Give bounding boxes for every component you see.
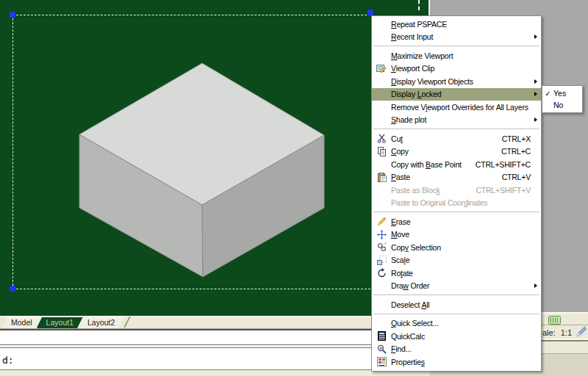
menu-item-label: Copy Selection <box>391 243 541 252</box>
menu-item-label: Find... <box>391 344 541 353</box>
selection-border-bottom <box>12 289 370 289</box>
cut-icon <box>372 134 391 143</box>
tab-layout2[interactable]: Layout2 <box>78 317 124 328</box>
menu-icon-spacer <box>372 159 391 169</box>
viewport-scale-control[interactable]: ale:1:1 <box>542 328 572 337</box>
menu-item-label: Copy <box>391 147 501 156</box>
properties-icon <box>372 357 391 366</box>
menu-icon-spacer <box>372 185 391 195</box>
menu-item-paste-to-original-coordinates: Paste to Original Coordinates <box>372 197 541 210</box>
grip-bottom-left[interactable] <box>10 286 15 292</box>
menu-item-label: Deselect All <box>391 300 541 309</box>
submenu-item-yes[interactable]: ✓Yes <box>542 87 582 99</box>
menu-item-paste-as-block: Paste as BlockCTRL+SHIFT+V <box>372 184 541 197</box>
menu-item-viewport-clip[interactable]: Viewport Clip <box>372 62 541 76</box>
command-window[interactable]: d: <box>0 329 430 370</box>
menu-icon-spacer <box>372 76 391 86</box>
menu-item-repeat-pspace[interactable]: Repeat PSPACE <box>372 18 541 31</box>
menu-item-paste[interactable]: PasteCTRL+V <box>372 171 541 184</box>
menu-item-properties[interactable]: Properties <box>372 355 541 369</box>
menu-separator <box>372 292 541 298</box>
menu-item-deselect-all[interactable]: Deselect All <box>372 298 541 311</box>
menu-item-rotate[interactable]: Rotate <box>372 267 541 280</box>
menu-item-shortcut: CTRL+SHIFT+C <box>476 160 531 169</box>
menu-item-move[interactable]: Move <box>372 228 541 242</box>
tab-label: Model <box>11 318 32 327</box>
menu-item-quickcalc[interactable]: QuickCalc <box>372 330 541 343</box>
menu-icon-spacer <box>372 300 391 309</box>
submenu-item-no[interactable]: No <box>542 99 582 111</box>
rotate-icon <box>372 268 391 278</box>
menu-item-recent-input[interactable]: Recent Input <box>372 31 541 44</box>
menu-item-erase[interactable]: Erase <box>372 215 541 228</box>
submenu-item-label: No <box>553 101 563 109</box>
selection-border-left <box>12 15 13 289</box>
menu-item-label: Shade plot <box>391 115 541 124</box>
menu-item-label: Cut <box>391 134 502 143</box>
menu-item-shortcut: CTRL+SHIFT+V <box>476 186 531 195</box>
menu-item-label: Paste to Original Coordinates <box>391 198 541 207</box>
scale-value: 1:1 <box>561 328 572 337</box>
menu-item-display-locked[interactable]: Display Locked <box>372 88 541 101</box>
menu-item-cut[interactable]: CutCTRL+X <box>372 132 541 145</box>
menu-item-copy-with-base-point[interactable]: Copy with Base PointCTRL+SHIFT+C <box>372 158 541 171</box>
checkmark-icon: ✓ <box>542 90 553 98</box>
tab-model[interactable]: Model <box>1 317 42 328</box>
menu-item-label: Properties <box>391 358 541 366</box>
menu-item-remove-viewport-overrides-for-all-layers[interactable]: Remove Viewport Overrides for All Layers <box>372 101 541 114</box>
move-icon <box>372 230 391 239</box>
menu-item-shortcut: CTRL+X <box>502 134 531 143</box>
menu-item-label: Recent Input <box>391 32 541 41</box>
erase-icon <box>372 217 391 226</box>
menu-item-shortcut: CTRL+C <box>501 147 531 156</box>
annotation-scale-icon[interactable] <box>548 314 561 328</box>
menu-item-label: Paste as Block <box>391 186 476 195</box>
menu-item-label: Viewport Clip <box>391 64 541 73</box>
submenu-arrow-icon <box>534 92 537 96</box>
menu-item-maximize-viewport[interactable]: Maximize Viewport <box>372 49 541 62</box>
tab-label: Layout1 <box>46 318 74 327</box>
tab-label: Layout2 <box>87 318 115 327</box>
submenu-arrow-icon <box>534 118 537 122</box>
layout-tab-bar: ModelLayout1Layout2 <box>0 316 430 328</box>
command-splitter[interactable] <box>0 344 430 348</box>
quickcalc-icon <box>372 331 391 341</box>
scale-icon <box>372 256 391 265</box>
menu-item-copy-selection[interactable]: Copy Selection <box>372 241 541 254</box>
menu-item-label: Draw Order <box>391 281 541 290</box>
menu-item-label: Move <box>391 230 541 239</box>
menu-item-scale[interactable]: Scale <box>372 254 541 267</box>
menu-item-label: Remove Viewport Overrides for All Layers <box>391 103 541 112</box>
menu-item-label: Quick Select... <box>391 319 541 328</box>
menu-item-quick-select[interactable]: Quick Select... <box>372 317 541 330</box>
menu-item-label: Repeat PSPACE <box>391 20 541 29</box>
3d-box-solid[interactable] <box>0 0 430 316</box>
tab-layout1[interactable]: Layout1 <box>37 317 83 328</box>
context-menu: Repeat PSPACERecent InputMaximize Viewpo… <box>371 15 542 372</box>
menu-icon-spacer <box>372 102 391 112</box>
copy-selection-icon <box>372 242 391 252</box>
menu-item-label: Rotate <box>391 269 541 278</box>
grip-top-left[interactable] <box>10 12 15 18</box>
grip-top-right[interactable] <box>368 10 373 15</box>
menu-item-label: Maximize Viewport <box>391 51 541 60</box>
paperspace-viewport[interactable] <box>0 0 430 316</box>
menu-item-label: Paste <box>391 173 502 181</box>
viewport-clip-icon <box>372 64 391 73</box>
menu-icon-spacer <box>372 51 391 60</box>
menu-item-label: Erase <box>391 217 541 226</box>
menu-icon-spacer <box>372 281 391 291</box>
tab-edge-decoration <box>124 317 132 328</box>
menu-item-shade-plot[interactable]: Shade plot <box>372 114 541 127</box>
menu-item-display-viewport-objects[interactable]: Display Viewport Objects <box>372 75 541 88</box>
svg-text:ab: ab <box>379 347 383 350</box>
menu-item-find[interactable]: abFind... <box>372 343 541 356</box>
menu-icon-spacer <box>372 319 391 328</box>
menu-item-label: Display Viewport Objects <box>391 77 541 86</box>
annotation-pencil-icon[interactable] <box>576 326 587 340</box>
menu-item-draw-order[interactable]: Draw Order <box>372 280 541 293</box>
menu-icon-spacer <box>372 115 391 125</box>
menu-item-copy[interactable]: CopyCTRL+C <box>372 145 541 159</box>
menu-icon-spacer <box>372 19 391 29</box>
display-locked-submenu: ✓YesNo <box>542 85 583 113</box>
